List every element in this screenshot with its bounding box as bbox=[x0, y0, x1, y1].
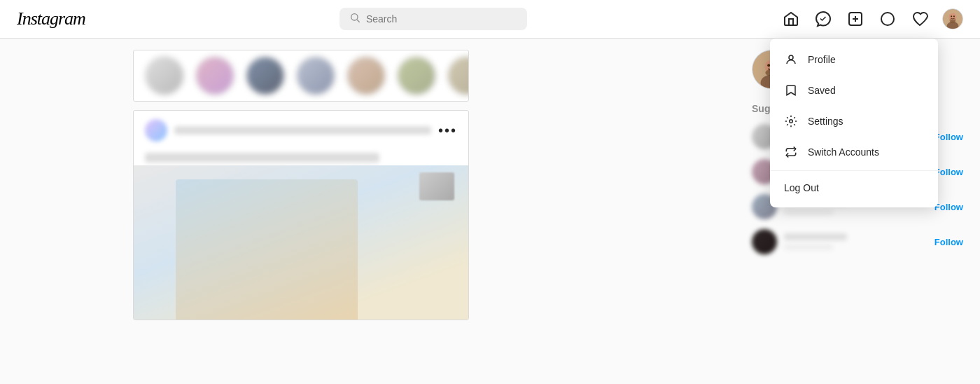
suggestion-info bbox=[784, 233, 927, 250]
post-header: ••• bbox=[134, 111, 468, 150]
post-avatar bbox=[145, 119, 167, 142]
suggestion-sub-blurred bbox=[784, 244, 833, 250]
suggestion-item: Follow bbox=[752, 229, 963, 254]
post-more-button[interactable]: ••• bbox=[438, 123, 457, 139]
dropdown-item-settings[interactable]: Settings bbox=[770, 106, 938, 137]
dropdown-menu: Profile Saved Settings bbox=[770, 39, 938, 207]
search-input[interactable] bbox=[366, 13, 517, 25]
dropdown-item-saved[interactable]: Saved bbox=[770, 75, 938, 106]
post-caption-blurred bbox=[145, 153, 379, 163]
dropdown-item-profile[interactable]: Profile bbox=[770, 44, 938, 75]
story-item[interactable] bbox=[346, 56, 386, 95]
story-item[interactable] bbox=[397, 56, 436, 95]
post-image-thumb bbox=[419, 172, 454, 200]
logo: Instagram bbox=[17, 8, 85, 29]
bookmark-icon bbox=[784, 83, 798, 97]
dropdown-divider bbox=[770, 170, 938, 171]
story-item[interactable] bbox=[145, 56, 184, 95]
svg-point-0 bbox=[351, 14, 358, 20]
follow-button[interactable]: Follow bbox=[934, 167, 963, 177]
home-icon[interactable] bbox=[781, 9, 801, 29]
search-bar[interactable] bbox=[340, 8, 527, 30]
post-username-blurred bbox=[174, 126, 431, 135]
messenger-icon[interactable] bbox=[813, 9, 833, 29]
stories-row bbox=[133, 50, 469, 102]
avatar[interactable] bbox=[942, 8, 963, 29]
story-item[interactable] bbox=[195, 56, 234, 95]
header: Instagram bbox=[0, 0, 980, 39]
feed-area: ••• bbox=[0, 39, 735, 384]
settings-icon bbox=[784, 114, 798, 128]
switch-accounts-label: Switch Accounts bbox=[808, 146, 879, 158]
story-item[interactable] bbox=[296, 56, 335, 95]
suggestion-name-blurred bbox=[784, 233, 847, 240]
settings-label: Settings bbox=[808, 116, 844, 127]
heart-icon[interactable] bbox=[910, 9, 930, 29]
svg-point-5 bbox=[881, 13, 894, 25]
post-image-inner bbox=[176, 179, 358, 320]
nav-icons bbox=[781, 8, 963, 29]
suggestion-sub-blurred bbox=[784, 209, 833, 215]
post-image bbox=[134, 165, 468, 320]
follow-button[interactable]: Follow bbox=[934, 132, 963, 142]
svg-rect-13 bbox=[950, 20, 955, 23]
svg-marker-6 bbox=[885, 16, 890, 22]
story-item[interactable] bbox=[447, 56, 469, 95]
svg-point-11 bbox=[953, 15, 955, 17]
switch-icon bbox=[784, 145, 798, 159]
story-item[interactable] bbox=[246, 56, 285, 95]
suggestion-avatar bbox=[752, 229, 777, 254]
create-icon[interactable] bbox=[846, 9, 865, 29]
svg-point-10 bbox=[951, 15, 952, 17]
follow-button[interactable]: Follow bbox=[934, 202, 963, 212]
person-icon bbox=[784, 53, 798, 67]
logout-label: Log Out bbox=[784, 182, 819, 193]
svg-line-1 bbox=[357, 20, 360, 22]
search-icon bbox=[349, 12, 360, 26]
follow-button[interactable]: Follow bbox=[934, 237, 963, 247]
profile-label: Profile bbox=[808, 54, 836, 65]
svg-point-20 bbox=[789, 55, 793, 60]
explore-icon[interactable] bbox=[878, 9, 897, 29]
dropdown-item-logout[interactable]: Log Out bbox=[770, 174, 938, 202]
saved-label: Saved bbox=[808, 85, 836, 96]
svg-point-21 bbox=[790, 120, 793, 123]
dropdown-item-switch[interactable]: Switch Accounts bbox=[770, 137, 938, 167]
post-card: ••• bbox=[133, 110, 469, 320]
